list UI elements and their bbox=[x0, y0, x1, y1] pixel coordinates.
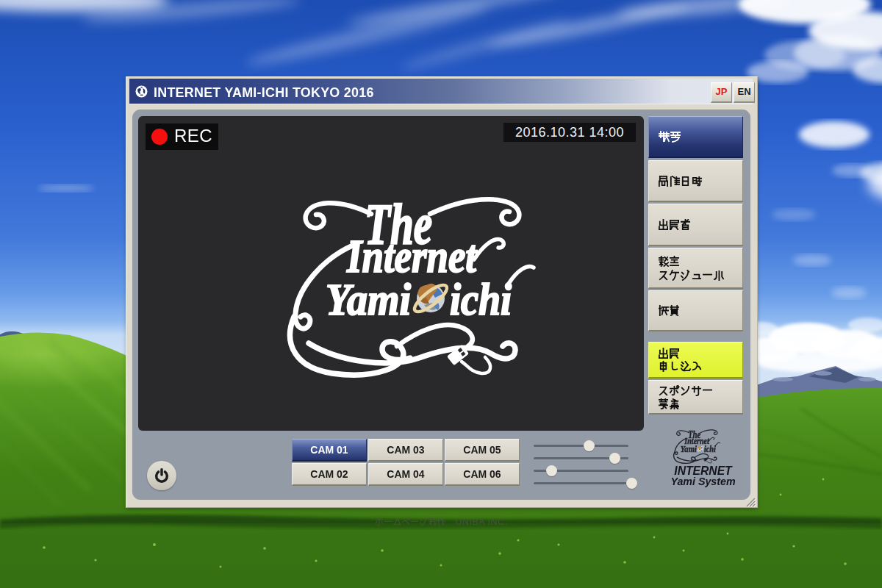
svg-text:ichi: ichi bbox=[450, 274, 512, 324]
svg-text:Yami: Yami bbox=[326, 274, 411, 324]
